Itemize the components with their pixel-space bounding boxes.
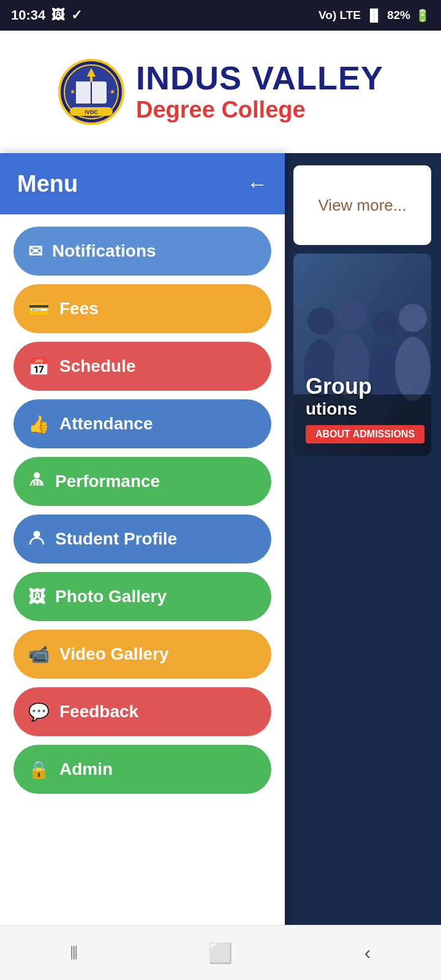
college-name-title: INDUS VALLEY (136, 61, 383, 96)
feedback-label: Feedback (59, 702, 138, 722)
svg-point-23 (399, 304, 427, 332)
performance-label: Performance (55, 472, 160, 491)
app-header: IVDC ★ ★ INDUS VALLEY Degree College (0, 31, 441, 153)
admin-icon: 🔒 (28, 760, 50, 780)
notifications-label: Notifications (52, 241, 156, 261)
svg-text:★: ★ (70, 88, 75, 95)
student-profile-label: Student Profile (55, 529, 177, 549)
app-body: Menu ← ✉ Notifications 💳 Fees 📅 Schedule… (0, 153, 441, 980)
menu-item-notifications[interactable]: ✉ Notifications (13, 227, 271, 276)
logo-text-block: INDUS VALLEY Degree College (136, 61, 383, 123)
status-right: Vo) LTE ▐▌ 82% 🔋 (318, 9, 430, 23)
status-bar: 10:34 🖼 ✓ Vo) LTE ▐▌ 82% 🔋 (0, 0, 441, 31)
svg-rect-3 (76, 81, 91, 104)
menu-items-list: ✉ Notifications 💳 Fees 📅 Schedule 👍 Atte… (0, 214, 285, 812)
status-bars-icon: ▐▌ (366, 9, 382, 22)
student-profile-icon (28, 529, 45, 550)
svg-point-19 (337, 300, 366, 330)
promo-overlay-text: Group utions (306, 374, 372, 419)
menu-item-performance[interactable]: Performance (13, 457, 271, 506)
svg-rect-12 (33, 481, 36, 486)
promo-background: Group utions ABOUT ADMISSIONS (293, 254, 431, 456)
svg-rect-6 (90, 76, 92, 82)
fees-icon: 💳 (28, 299, 50, 319)
svg-text:★: ★ (110, 88, 115, 95)
menu-back-button[interactable]: ← (247, 172, 268, 196)
photo-gallery-label: Photo Gallery (55, 587, 167, 606)
college-name-subtitle: Degree College (136, 97, 383, 123)
performance-icon (28, 471, 45, 492)
menu-item-attendance[interactable]: 👍 Attendance (13, 399, 271, 448)
promo-line1: Group (306, 374, 372, 399)
nav-back-icon: ‹ (364, 941, 371, 964)
menu-item-feedback[interactable]: 💬 Feedback (13, 687, 271, 736)
view-more-text[interactable]: View more... (318, 196, 406, 215)
nav-menu-icon: ⦀ (70, 941, 78, 964)
attendance-icon: 👍 (28, 414, 50, 434)
menu-header: Menu ← (0, 153, 285, 214)
promo-line2: utions (306, 399, 372, 419)
college-emblem: IVDC ★ ★ (58, 58, 125, 126)
status-signal: Vo) LTE (318, 9, 361, 22)
status-left: 10:34 🖼 ✓ (11, 7, 82, 23)
svg-rect-14 (39, 481, 42, 486)
menu-item-photo-gallery[interactable]: 🖼 Photo Gallery (13, 572, 271, 621)
attendance-label: Attendance (59, 414, 153, 434)
promo-image-card: Group utions ABOUT ADMISSIONS (293, 254, 431, 456)
nav-back-button[interactable]: ‹ (343, 929, 392, 978)
svg-point-15 (34, 530, 40, 537)
bottom-navigation: ⦀ ⬜ ‹ (0, 925, 441, 980)
menu-title: Menu (17, 171, 78, 197)
nav-home-icon: ⬜ (208, 941, 233, 965)
schedule-icon: 📅 (28, 356, 50, 377)
svg-rect-13 (36, 480, 39, 486)
photo-gallery-icon: 🖼 (28, 587, 45, 607)
view-more-card: View more... (293, 165, 431, 245)
svg-text:IVDC: IVDC (85, 109, 98, 115)
schedule-label: Schedule (59, 356, 135, 376)
status-time: 10:34 (11, 7, 45, 23)
admissions-button[interactable]: ABOUT ADMISSIONS (306, 425, 424, 443)
right-content-panel: View more... (285, 153, 441, 980)
notifications-icon: ✉ (28, 241, 42, 262)
status-check-icon: ✓ (71, 7, 82, 23)
svg-point-17 (307, 307, 334, 334)
menu-item-video-gallery[interactable]: 📹 Video Gallery (13, 630, 271, 679)
menu-item-fees[interactable]: 💳 Fees (13, 284, 271, 333)
nav-menu-button[interactable]: ⦀ (49, 929, 98, 978)
admin-label: Admin (59, 760, 113, 779)
menu-item-student-profile[interactable]: Student Profile (13, 514, 271, 564)
menu-item-schedule[interactable]: 📅 Schedule (13, 342, 271, 391)
svg-point-21 (372, 311, 398, 337)
svg-point-11 (34, 472, 40, 478)
menu-item-admin[interactable]: 🔒 Admin (13, 745, 271, 794)
feedback-icon: 💬 (28, 702, 50, 722)
sidebar-menu: Menu ← ✉ Notifications 💳 Fees 📅 Schedule… (0, 153, 285, 980)
video-gallery-icon: 📹 (28, 644, 50, 665)
svg-point-24 (395, 337, 431, 401)
status-gallery-icon: 🖼 (51, 7, 65, 23)
nav-home-button[interactable]: ⬜ (196, 929, 245, 978)
status-battery: 82% (387, 9, 410, 22)
status-battery-icon: 🔋 (415, 9, 430, 23)
fees-label: Fees (59, 299, 99, 318)
video-gallery-label: Video Gallery (59, 644, 168, 664)
